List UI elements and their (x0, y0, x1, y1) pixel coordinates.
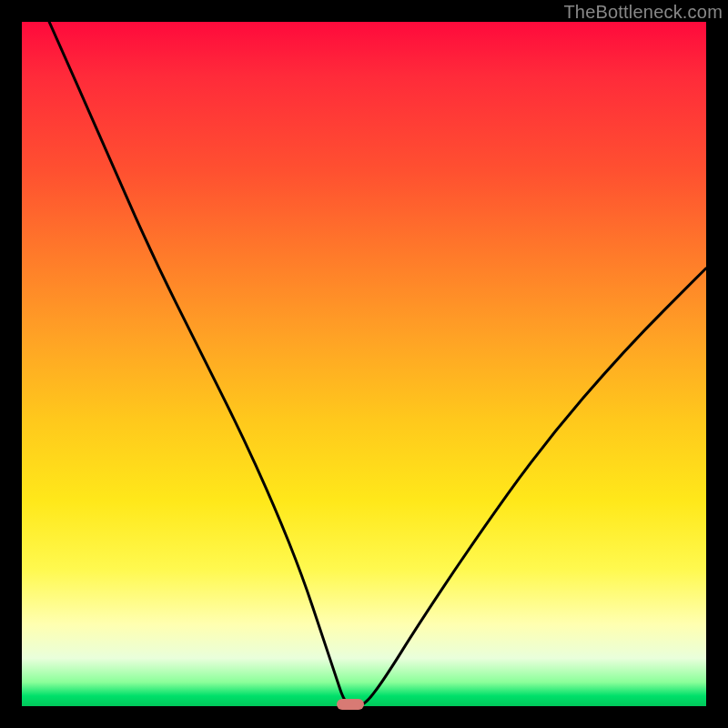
plot-area (22, 22, 706, 706)
watermark-text: TheBottleneck.com (563, 2, 723, 23)
chart-frame: TheBottleneck.com (0, 0, 728, 728)
optimal-marker (337, 699, 364, 710)
bottleneck-curve (22, 22, 706, 706)
